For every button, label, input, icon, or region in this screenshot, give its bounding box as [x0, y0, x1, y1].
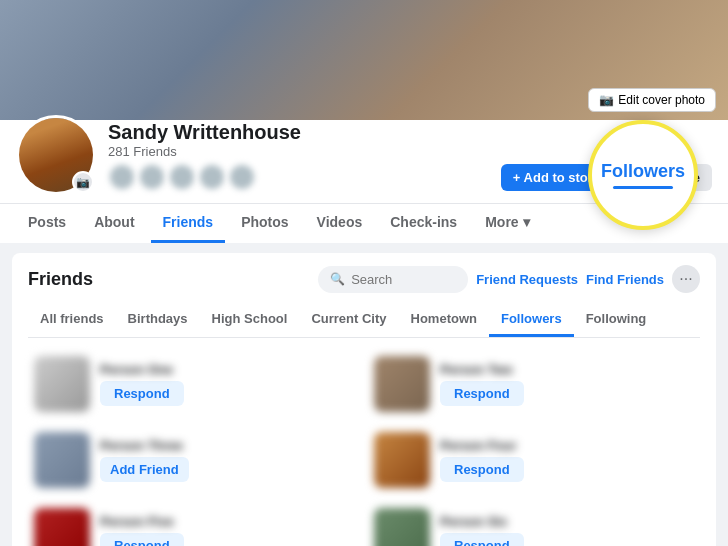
friend-avatar [34, 432, 90, 488]
friend-name: Person Four [440, 438, 694, 453]
friend-name: Person One [100, 362, 354, 377]
mini-avatar [228, 163, 256, 191]
friend-requests-button[interactable]: Friend Requests [476, 272, 578, 287]
filter-birthdays[interactable]: Birthdays [116, 303, 200, 337]
friend-info: Person Four Respond [440, 438, 694, 482]
tab-videos[interactable]: Videos [305, 204, 375, 243]
friend-card: Person Three Add Friend [28, 426, 360, 494]
search-box[interactable]: 🔍 [318, 266, 468, 293]
friend-info: Person One Respond [100, 362, 354, 406]
respond-button[interactable]: Respond [440, 533, 524, 546]
tab-more[interactable]: More ▾ [473, 204, 541, 243]
tab-photos[interactable]: Photos [229, 204, 300, 243]
filter-current-city[interactable]: Current City [299, 303, 398, 337]
respond-button[interactable]: Respond [440, 457, 524, 482]
mini-avatar [138, 163, 166, 191]
search-input[interactable] [351, 272, 456, 287]
friend-name: Person Three [100, 438, 354, 453]
filter-following[interactable]: Following [574, 303, 659, 337]
friend-filters: All friends Birthdays High School Curren… [28, 303, 700, 338]
tab-friends[interactable]: Friends [151, 204, 226, 243]
friend-avatar [374, 432, 430, 488]
avatar-wrapper: 📷 [16, 115, 96, 195]
friend-card: Person Five Respond [28, 502, 360, 546]
friend-card: Person Four Respond [368, 426, 700, 494]
friend-avatar [34, 508, 90, 546]
friend-avatar [374, 356, 430, 412]
friends-header: Friends 🔍 Friend Requests Find Friends ·… [28, 265, 700, 293]
friend-avatars-row [108, 163, 501, 191]
find-friends-button[interactable]: Find Friends [586, 272, 664, 287]
friend-info: Person Six Respond [440, 514, 694, 546]
avatar-camera-icon[interactable]: 📷 [72, 171, 94, 193]
tab-about[interactable]: About [82, 204, 146, 243]
respond-button[interactable]: Respond [100, 381, 184, 406]
friends-header-actions: 🔍 Friend Requests Find Friends ··· [318, 265, 700, 293]
friend-name: Person Five [100, 514, 354, 529]
friends-section: Friends 🔍 Friend Requests Find Friends ·… [12, 253, 716, 546]
mini-avatar [108, 163, 136, 191]
camera-icon: 📷 [599, 93, 614, 107]
add-friend-button[interactable]: Add Friend [100, 457, 189, 482]
friend-card: Person Six Respond [368, 502, 700, 546]
search-icon: 🔍 [330, 272, 345, 286]
respond-button[interactable]: Respond [440, 381, 524, 406]
filter-followers[interactable]: Followers [489, 303, 574, 337]
tab-checkins[interactable]: Check-ins [378, 204, 469, 243]
friend-info: Person Five Respond [100, 514, 354, 546]
friend-card: Person One Respond [28, 350, 360, 418]
tab-posts[interactable]: Posts [16, 204, 78, 243]
page-wrapper: 📷 Edit cover photo 📷 Sandy Writtenhouse … [0, 0, 728, 546]
mini-avatar [168, 163, 196, 191]
profile-name: Sandy Writtenhouse [108, 120, 501, 144]
friend-info: Person Three Add Friend [100, 438, 354, 482]
friend-avatar [34, 356, 90, 412]
filter-high-school[interactable]: High School [200, 303, 300, 337]
friend-card: Person Two Respond [368, 350, 700, 418]
edit-cover-label: Edit cover photo [618, 93, 705, 107]
cover-photo: 📷 Edit cover photo [0, 0, 728, 120]
respond-button[interactable]: Respond [100, 533, 184, 546]
filter-hometown[interactable]: Hometown [399, 303, 489, 337]
mini-avatar [198, 163, 226, 191]
followers-callout-label: Followers [601, 161, 685, 182]
friends-title: Friends [28, 269, 93, 290]
friend-name: Person Six [440, 514, 694, 529]
filter-all-friends[interactable]: All friends [28, 303, 116, 337]
edit-cover-button[interactable]: 📷 Edit cover photo [588, 88, 716, 112]
friend-name: Person Two [440, 362, 694, 377]
friend-info: Person Two Respond [440, 362, 694, 406]
more-options-button[interactable]: ··· [672, 265, 700, 293]
profile-friends-count: 281 Friends [108, 144, 501, 159]
followers-callout-underline [613, 186, 673, 189]
followers-callout: Followers [588, 120, 698, 230]
friend-avatar [374, 508, 430, 546]
profile-text: Sandy Writtenhouse 281 Friends [108, 120, 501, 195]
friends-grid: Person One Respond Person Two Respond Pe… [28, 350, 700, 546]
